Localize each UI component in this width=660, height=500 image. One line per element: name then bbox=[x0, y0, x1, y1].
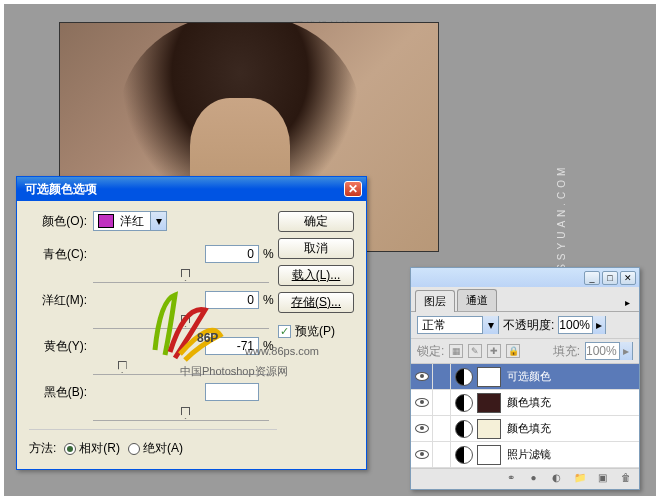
color-value: 洋红 bbox=[118, 213, 150, 230]
dialog-titlebar[interactable]: 可选颜色选项 ✕ bbox=[17, 177, 366, 201]
new-layer-icon[interactable]: ▣ bbox=[595, 472, 610, 486]
layer-row[interactable]: 照片滤镜 bbox=[411, 442, 639, 468]
lock-label: 锁定: bbox=[417, 343, 444, 360]
load-button[interactable]: 载入(L)... bbox=[278, 265, 354, 286]
magenta-input[interactable] bbox=[205, 291, 259, 309]
layer-row[interactable]: 颜色填充 bbox=[411, 416, 639, 442]
selective-color-dialog: 可选颜色选项 ✕ 颜色(O): 洋红 ▾ 青色(C): % 洋红(M): bbox=[16, 176, 367, 470]
maximize-icon[interactable]: □ bbox=[602, 271, 618, 285]
method-relative-radio[interactable]: 相对(R) bbox=[64, 440, 120, 457]
check-icon: ✓ bbox=[278, 325, 291, 338]
layer-row[interactable]: 颜色填充 bbox=[411, 390, 639, 416]
method-label: 方法: bbox=[29, 440, 56, 457]
yellow-label: 黄色(Y): bbox=[29, 338, 87, 355]
fill-label: 填充: bbox=[553, 343, 580, 360]
color-swatch bbox=[98, 214, 114, 228]
chevron-right-icon[interactable]: ▸ bbox=[592, 316, 605, 334]
fill-input[interactable]: 100% ▸ bbox=[585, 342, 633, 360]
chevron-down-icon[interactable]: ▾ bbox=[482, 316, 498, 334]
mask-thumb bbox=[477, 445, 501, 465]
black-input[interactable] bbox=[205, 383, 259, 401]
black-slider[interactable] bbox=[93, 407, 269, 421]
save-button[interactable]: 存储(S)... bbox=[278, 292, 354, 313]
dialog-title: 可选颜色选项 bbox=[21, 181, 97, 198]
visibility-icon[interactable] bbox=[411, 442, 433, 468]
method-absolute-radio[interactable]: 绝对(A) bbox=[128, 440, 183, 457]
close-icon[interactable]: ✕ bbox=[344, 181, 362, 197]
magenta-slider[interactable] bbox=[93, 315, 269, 329]
lock-move-icon[interactable]: ✚ bbox=[487, 344, 501, 358]
cyan-label: 青色(C): bbox=[29, 246, 87, 263]
layer-name: 颜色填充 bbox=[507, 421, 639, 436]
mask-thumb bbox=[477, 367, 501, 387]
lock-paint-icon[interactable]: ✎ bbox=[468, 344, 482, 358]
adjustment-icon bbox=[455, 446, 473, 464]
magenta-label: 洋红(M): bbox=[29, 292, 87, 309]
opacity-input[interactable]: 100% ▸ bbox=[558, 316, 606, 334]
panel-titlebar[interactable]: _ □ ✕ bbox=[411, 268, 639, 287]
trash-icon[interactable]: 🗑 bbox=[618, 472, 633, 486]
visibility-icon[interactable] bbox=[411, 364, 433, 390]
folder-icon[interactable]: 📁 bbox=[572, 472, 587, 486]
panel-menu-icon[interactable]: ▸ bbox=[619, 297, 635, 311]
adjustment-icon bbox=[455, 368, 473, 386]
lock-all-icon[interactable]: 🔒 bbox=[506, 344, 520, 358]
chevron-down-icon[interactable]: ▾ bbox=[150, 212, 166, 230]
ok-button[interactable]: 确定 bbox=[278, 211, 354, 232]
layer-thumb bbox=[477, 419, 501, 439]
minimize-icon[interactable]: _ bbox=[584, 271, 600, 285]
tab-layers[interactable]: 图层 bbox=[415, 290, 455, 312]
layer-name: 照片滤镜 bbox=[507, 447, 639, 462]
cyan-input[interactable] bbox=[205, 245, 259, 263]
yellow-slider[interactable] bbox=[93, 361, 269, 375]
layer-name: 可选颜色 bbox=[507, 369, 639, 384]
layer-name: 颜色填充 bbox=[507, 395, 639, 410]
layer-thumb bbox=[477, 393, 501, 413]
fx-icon[interactable]: ● bbox=[526, 472, 541, 486]
cancel-button[interactable]: 取消 bbox=[278, 238, 354, 259]
color-label: 颜色(O): bbox=[29, 213, 87, 230]
tab-channels[interactable]: 通道 bbox=[457, 289, 497, 311]
adjustment-icon bbox=[455, 420, 473, 438]
layers-list: 可选颜色颜色填充颜色填充照片滤镜 bbox=[411, 364, 639, 468]
black-label: 黑色(B): bbox=[29, 384, 87, 401]
opacity-label: 不透明度: bbox=[503, 317, 554, 334]
cyan-slider[interactable] bbox=[93, 269, 269, 283]
layer-row[interactable]: 可选颜色 bbox=[411, 364, 639, 390]
chevron-right-icon[interactable]: ▸ bbox=[619, 342, 632, 360]
adjustment-icon bbox=[455, 394, 473, 412]
preview-checkbox[interactable]: ✓ 预览(P) bbox=[278, 323, 354, 340]
visibility-icon[interactable] bbox=[411, 390, 433, 416]
panel-close-icon[interactable]: ✕ bbox=[620, 271, 636, 285]
mask-icon[interactable]: ◐ bbox=[549, 472, 564, 486]
lock-trans-icon[interactable]: ▦ bbox=[449, 344, 463, 358]
visibility-icon[interactable] bbox=[411, 416, 433, 442]
link-icon[interactable]: ⚭ bbox=[503, 472, 518, 486]
blend-mode-select[interactable]: 正常 ▾ bbox=[417, 316, 499, 334]
yellow-input[interactable] bbox=[205, 337, 259, 355]
color-dropdown[interactable]: 洋红 ▾ bbox=[93, 211, 167, 231]
layers-panel: _ □ ✕ 图层 通道 ▸ 正常 ▾ 不透明度: 100% ▸ 锁定: ▦ ✎ … bbox=[410, 267, 640, 490]
